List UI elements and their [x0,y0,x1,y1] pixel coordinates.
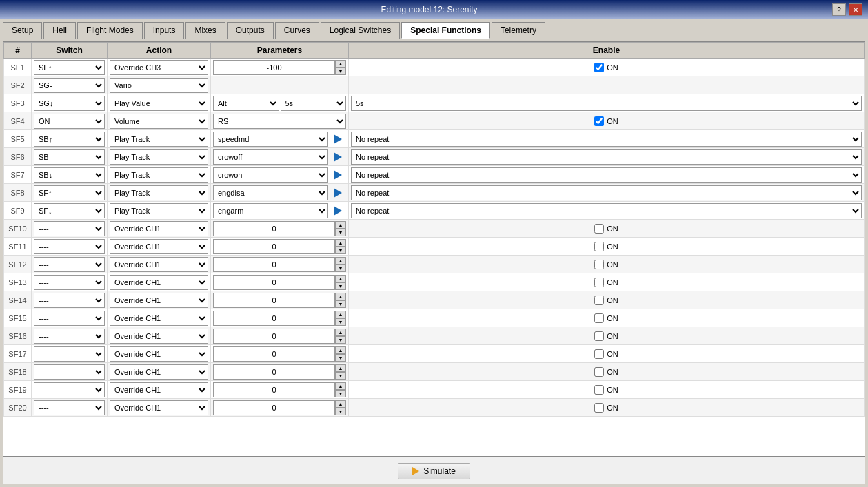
param-select-1[interactable]: Alt [213,96,279,111]
enable-checkbox[interactable] [594,260,604,269]
action-select[interactable]: Vario [110,78,208,93]
enable-checkbox[interactable] [594,331,604,341]
track-name-select[interactable]: engdisa [213,185,328,200]
no-repeat-select[interactable]: No repeat [351,185,862,200]
switch-select[interactable]: SB↓ [34,167,105,183]
spinner-up[interactable]: ▲ [335,329,346,336]
spinner-down[interactable]: ▼ [335,354,346,362]
action-select[interactable]: Play Track [110,185,208,200]
spinner-up[interactable]: ▲ [335,221,346,229]
enable-checkbox[interactable] [594,63,604,72]
tab-setup[interactable]: Setup [3,22,42,39]
switch-select[interactable]: ---- [34,400,105,415]
track-name-select[interactable]: crowoff [213,149,328,165]
action-select[interactable]: Override CH1 [110,293,208,308]
action-select[interactable]: Play Track [110,203,208,218]
tab-telemetry[interactable]: Telemetry [492,22,545,39]
switch-select[interactable]: SB↑ [34,132,105,147]
spinner-down[interactable]: ▼ [335,318,346,326]
param-number-input[interactable] [213,239,335,254]
param-number-input[interactable] [213,364,335,380]
enable-checkbox[interactable] [594,224,604,234]
action-select[interactable]: Play Value [110,96,208,111]
switch-select[interactable]: SF↑ [34,185,105,200]
enable-checkbox[interactable] [594,313,604,323]
tab-outputs[interactable]: Outputs [227,22,274,39]
tab-heli[interactable]: Heli [43,22,76,39]
switch-select[interactable]: SG- [34,78,105,93]
spinner-down[interactable]: ▼ [335,372,346,380]
param-number-input[interactable] [213,400,335,415]
simulate-button[interactable]: Simulate [398,463,470,479]
switch-select[interactable]: ---- [34,293,105,308]
switch-select[interactable]: ON [34,114,105,129]
switch-select[interactable]: ---- [34,221,105,236]
switch-select[interactable]: ---- [34,257,105,272]
switch-select[interactable]: ---- [34,311,105,326]
spinner-up[interactable]: ▲ [335,382,346,390]
param-number-input[interactable] [213,382,335,397]
param-number-input[interactable] [213,311,335,326]
track-name-select[interactable]: crowon [213,167,328,183]
action-select[interactable]: Override CH3 [110,60,208,75]
spinner-down[interactable]: ▼ [335,282,346,290]
table-container[interactable]: # Switch Action Parameters Enable SF1SF↑… [3,42,865,456]
action-select[interactable]: Play Track [110,132,208,147]
action-select[interactable]: Override CH1 [110,364,208,380]
spinner-down[interactable]: ▼ [335,68,346,75]
param-number-input[interactable] [213,221,335,236]
spinner-down[interactable]: ▼ [335,229,346,236]
no-repeat-select[interactable]: No repeat [351,132,862,147]
spinner-up[interactable]: ▲ [335,400,346,408]
track-name-select[interactable]: engarm [213,203,328,218]
param-number-input[interactable] [213,329,335,344]
spinner-up[interactable]: ▲ [335,257,346,265]
play-track-button[interactable] [330,185,346,200]
spinner-down[interactable]: ▼ [335,300,346,308]
action-select[interactable]: Override CH1 [110,257,208,272]
play-track-button[interactable] [330,167,346,183]
action-select[interactable]: Override CH1 [110,239,208,254]
param-number-input[interactable] [213,293,335,308]
action-select[interactable]: Play Track [110,149,208,165]
enable-checkbox[interactable] [594,385,604,395]
param-number-input[interactable] [213,346,335,362]
action-select[interactable]: Override CH1 [110,400,208,415]
tab-inputs[interactable]: Inputs [144,22,185,39]
no-repeat-select[interactable]: No repeat [351,167,862,183]
action-select[interactable]: Play Track [110,167,208,183]
spinner-up[interactable]: ▲ [335,239,346,247]
help-button[interactable]: ? [832,3,846,16]
spinner-up[interactable]: ▲ [335,275,346,282]
switch-select[interactable]: SF↑ [34,60,105,75]
switch-select[interactable]: ---- [34,382,105,397]
enable-checkbox[interactable] [594,349,604,359]
spinner-down[interactable]: ▼ [335,390,346,397]
enable-checkbox[interactable] [594,296,604,305]
enable-checkbox[interactable] [594,367,604,377]
switch-select[interactable]: SF↓ [34,203,105,218]
play-track-button[interactable] [330,132,346,147]
tab-flight-modes[interactable]: Flight Modes [77,22,143,39]
action-select[interactable]: Override CH1 [110,382,208,397]
enable-checkbox[interactable] [594,278,604,287]
tab-mixes[interactable]: Mixes [185,22,225,39]
param-number-input[interactable] [213,60,335,75]
action-select[interactable]: Volume [110,114,208,129]
switch-select[interactable]: ---- [34,275,105,290]
spinner-up[interactable]: ▲ [335,60,346,68]
play-track-button[interactable] [330,149,346,165]
spinner-down[interactable]: ▼ [335,408,346,415]
param-number-input[interactable] [213,257,335,272]
switch-select[interactable]: SB- [34,149,105,165]
no-repeat-select[interactable]: No repeat [351,203,862,218]
switch-select[interactable]: ---- [34,329,105,344]
param-number-input[interactable] [213,275,335,290]
spinner-up[interactable]: ▲ [335,311,346,318]
spinner-down[interactable]: ▼ [335,265,346,272]
track-name-select[interactable]: speedmd [213,132,328,147]
enable-checkbox[interactable] [594,242,604,251]
spinner-up[interactable]: ▲ [335,293,346,300]
switch-select[interactable]: ---- [34,364,105,380]
action-select[interactable]: Override CH1 [110,221,208,236]
